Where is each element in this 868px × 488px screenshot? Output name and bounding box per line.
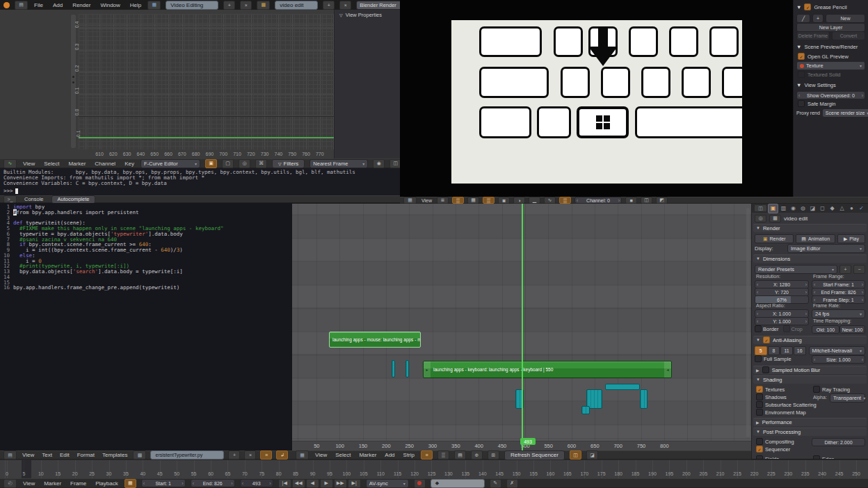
- full-sample-checkbox[interactable]: [755, 355, 762, 362]
- menu-add[interactable]: Add: [383, 452, 396, 458]
- end-frame-input[interactable]: ‹End: 826›: [191, 479, 235, 487]
- only-selected-icon[interactable]: ▣: [205, 159, 217, 168]
- tab-world-icon[interactable]: ◍: [798, 204, 807, 213]
- menu-format[interactable]: Format: [76, 452, 96, 458]
- menu-templates[interactable]: Templates: [101, 452, 129, 458]
- camera-icon[interactable]: ◙: [498, 197, 510, 204]
- current-frame-input[interactable]: ‹493›: [240, 479, 273, 487]
- delete-layout-button[interactable]: ×: [240, 1, 252, 10]
- text-name-field[interactable]: ersistentTypewriter.py: [150, 450, 224, 459]
- sequencer-region[interactable]: launching apps - mouse: launching apps -…: [292, 204, 751, 450]
- snap-mode-select[interactable]: Nearest Frame▾: [310, 159, 368, 168]
- tab-modifiers-icon[interactable]: ◆: [828, 204, 837, 213]
- aa-samples-16-button[interactable]: 16: [794, 346, 806, 355]
- console-editor-icon[interactable]: >_: [3, 195, 17, 203]
- edge-checkbox[interactable]: [813, 455, 820, 459]
- draw-type-select[interactable]: Texture ▾: [796, 61, 865, 70]
- jump-to-start-button[interactable]: |◀: [278, 479, 291, 488]
- dither-slider[interactable]: Dither: 2.000: [812, 438, 865, 446]
- graph-grid[interactable]: [79, 14, 334, 149]
- tab-physics-icon[interactable]: ✓: [857, 204, 866, 213]
- post-processing-panel-header[interactable]: ▼Post Processing: [753, 428, 867, 436]
- tab-material-icon[interactable]: ●: [847, 204, 856, 213]
- remap-new-field[interactable]: New: 100: [839, 325, 865, 334]
- snap-icon[interactable]: ◪: [586, 450, 598, 459]
- textured-solid-checkbox[interactable]: [798, 71, 805, 78]
- remap-old-field[interactable]: Old: 100: [812, 325, 839, 334]
- ray-tracing-checkbox[interactable]: [813, 386, 820, 393]
- menu-channel[interactable]: Channel: [93, 161, 117, 167]
- play-reverse-button[interactable]: ◀: [306, 479, 319, 488]
- menu-marker[interactable]: Marker: [357, 452, 378, 458]
- graph-vertical-scrollbar[interactable]: [70, 14, 77, 149]
- crop-checkbox[interactable]: [783, 325, 790, 332]
- aa-samples-5-button[interactable]: 5: [755, 346, 767, 355]
- animation-button[interactable]: ▤Animation: [796, 234, 835, 243]
- channel-slider[interactable]: ‹Channel: 0›: [574, 197, 622, 204]
- antialiasing-panel-header[interactable]: ▼ Anti-Aliasing: [753, 336, 867, 344]
- cursor-icon[interactable]: ⌘︎: [255, 159, 267, 168]
- code-line[interactable]: 10 else:: [0, 253, 292, 259]
- audio-strip[interactable]: [392, 360, 395, 377]
- python-console-region[interactable]: Builtin Modules: bpy, bpy.data, bpy.ops,…: [0, 168, 400, 195]
- info-editor-icon[interactable]: ▤: [15, 1, 28, 10]
- menu-window[interactable]: Window: [99, 2, 121, 8]
- overlay-icon[interactable]: ◫: [570, 450, 581, 459]
- image-checker-icon[interactable]: ▒: [483, 197, 495, 204]
- menu-text[interactable]: Text: [40, 452, 54, 458]
- opengl-preview-checkbox[interactable]: [798, 53, 805, 60]
- strip-right-handle[interactable]: ◂: [664, 361, 671, 377]
- aa-filter-select[interactable]: Mitchell-Netravali▾: [809, 346, 865, 355]
- zoom-border-icon[interactable]: ⊞: [488, 450, 499, 459]
- fcurve-line[interactable]: [79, 137, 334, 138]
- sequencer-editor-icon[interactable]: ▦: [403, 197, 417, 204]
- keying-set-field[interactable]: ◆: [431, 479, 485, 488]
- convert-button[interactable]: Convert: [832, 31, 865, 40]
- color-icon[interactable]: ◑: [513, 197, 525, 204]
- aa-size-slider[interactable]: ‹Size: 1.000›: [812, 355, 865, 364]
- menu-help[interactable]: Help: [129, 2, 143, 8]
- play-button[interactable]: ▶: [320, 479, 333, 488]
- start-frame-input[interactable]: ‹Start: 1›: [141, 479, 186, 487]
- menu-edit[interactable]: Edit: [58, 452, 71, 458]
- view-mode-icon[interactable]: ≣: [437, 197, 449, 204]
- pencil-icon[interactable]: ╱: [796, 14, 810, 23]
- play-button[interactable]: ▶Play: [837, 234, 865, 243]
- scene-icon[interactable]: ▩: [257, 1, 270, 10]
- gp-new-button[interactable]: New: [826, 14, 865, 23]
- fields-checkbox[interactable]: [756, 455, 763, 459]
- code-line[interactable]: 2#from bpy.app.handlers import persisten…: [0, 210, 292, 215]
- sequencer-editor-icon[interactable]: ▦: [296, 450, 309, 459]
- add-preset-button[interactable]: +: [839, 265, 851, 274]
- console-prompt[interactable]: >>>: [3, 188, 18, 194]
- textures-checkbox[interactable]: [756, 386, 763, 393]
- sequencer-scrollbar[interactable]: [746, 208, 750, 437]
- code-line[interactable]: 9 i = int((bpy.context.scene.frame_curre…: [0, 247, 292, 253]
- text-editor-region[interactable]: 1import bpy2#from bpy.app.handlers impor…: [0, 203, 292, 450]
- waveform-icon[interactable]: ∿: [544, 197, 556, 204]
- shading-panel-header[interactable]: ▼Shading: [753, 375, 867, 384]
- sequencer-checkbox[interactable]: [756, 446, 763, 453]
- antialiasing-checkbox[interactable]: [763, 336, 770, 343]
- menu-select[interactable]: Select: [334, 452, 352, 458]
- border-checkbox[interactable]: [755, 325, 762, 332]
- word-wrap-toggle-icon[interactable]: ↲: [276, 450, 288, 459]
- prev-keyframe-button[interactable]: ◀◀: [292, 479, 305, 488]
- sequencer-playhead[interactable]: [522, 204, 523, 450]
- autocomplete-button[interactable]: Autocomplete: [51, 195, 96, 203]
- scene-field[interactable]: video edit: [275, 1, 318, 10]
- audio-strip[interactable]: [605, 384, 640, 390]
- menu-select[interactable]: Select: [42, 161, 61, 167]
- sequence-mode-icon[interactable]: ▦: [467, 197, 479, 204]
- menu-marker[interactable]: Marker: [42, 480, 63, 487]
- shadows-checkbox[interactable]: [756, 393, 763, 400]
- sequencer-preview-region[interactable]: [400, 0, 793, 197]
- add-gp-button[interactable]: +: [812, 14, 823, 23]
- code-line[interactable]: 13 bpy.data.objects['search'].data.body …: [0, 269, 292, 275]
- timeline-region[interactable]: 0510152025303540455055606570758085909510…: [0, 459, 868, 478]
- render-presets-select[interactable]: Render Presets▾: [755, 265, 837, 274]
- refresh-sequencer-button[interactable]: Refresh Sequencer: [504, 450, 565, 459]
- jump-to-end-button[interactable]: ▶|: [348, 479, 361, 488]
- preview-mode-icon[interactable]: ▒: [452, 197, 464, 204]
- compositing-checkbox[interactable]: [756, 438, 763, 445]
